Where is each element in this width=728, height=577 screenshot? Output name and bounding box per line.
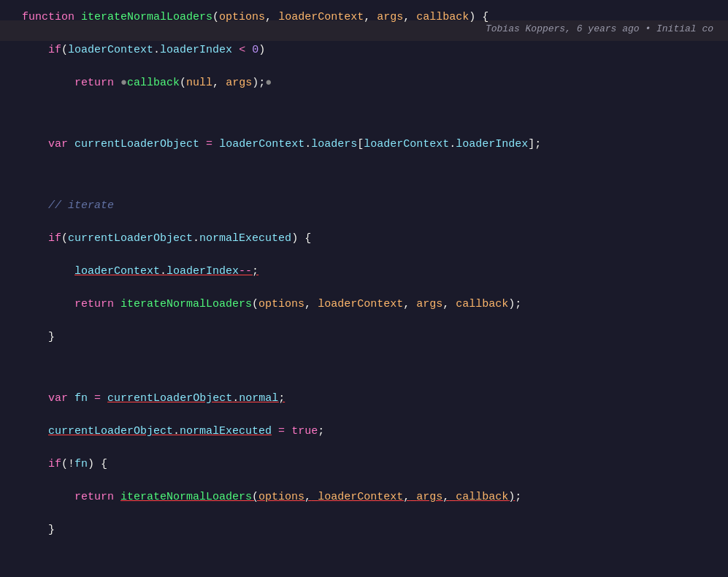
git-blame-label: Tobias Koppers, 6 years ago • Initial co <box>486 23 713 34</box>
code-line-18 <box>0 553 728 569</box>
code-line-3: return ●callback(null, args);● <box>0 73 728 93</box>
code-block: function iterateNormalLoaders(options, l… <box>0 7 728 577</box>
code-line-2: if(loaderContext.loaderIndex < 0) <box>0 40 728 61</box>
code-line-16: return iterateNormalLoaders(options, loa… <box>0 487 728 508</box>
code-line-5: var currentLoaderObject = loaderContext.… <box>0 134 728 155</box>
code-line-14: currentLoaderObject.normalExecuted = tru… <box>0 421 728 442</box>
code-line-4 <box>0 106 728 122</box>
code-line-10: return iterateNormalLoaders(options, loa… <box>0 294 728 315</box>
blame-author: Tobias Koppers <box>486 23 565 34</box>
code-line-17: } <box>0 520 728 540</box>
code-line-15: if(!fn) { <box>0 454 728 475</box>
code-line-7: // iterate <box>0 196 728 216</box>
blame-message: Initial co <box>656 23 713 34</box>
code-line-11: } <box>0 327 728 348</box>
blame-time: 6 years ago <box>577 23 640 34</box>
code-line-8: if(currentLoaderObject.normalExecuted) { <box>0 229 728 249</box>
code-line-13: var fn = currentLoaderObject.normal; <box>0 389 728 409</box>
code-editor: Tobias Koppers, 6 years ago • Initial co… <box>0 0 728 577</box>
code-line-12 <box>0 360 728 376</box>
code-line-9: loaderContext.loaderIndex--; <box>0 261 728 282</box>
code-line-6 <box>0 167 728 183</box>
